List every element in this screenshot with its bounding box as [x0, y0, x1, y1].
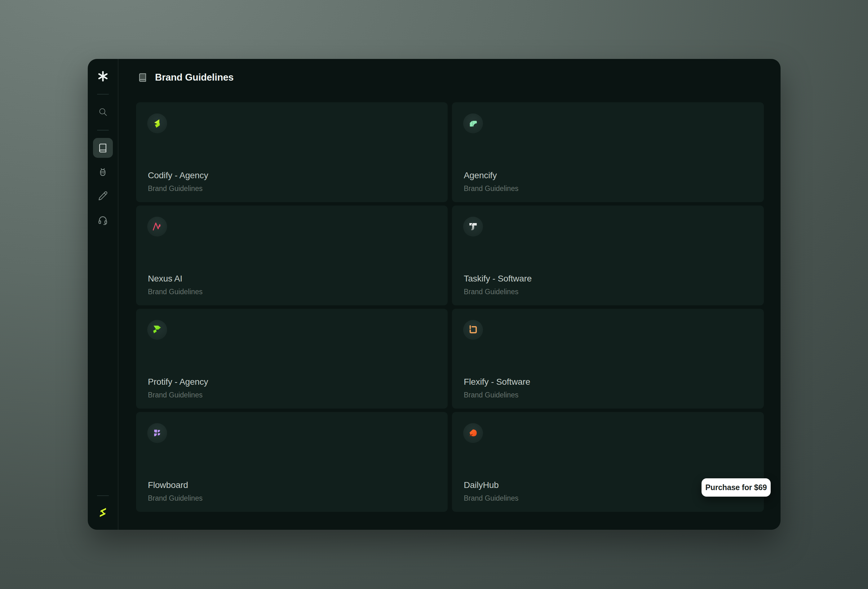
card-subtitle: Brand Guidelines	[464, 288, 531, 296]
card-taskify[interactable]: Taskify - Software Brand Guidelines	[452, 205, 764, 306]
dailyhub-logo-icon	[463, 423, 483, 443]
sidebar-divider	[97, 94, 109, 94]
sidebar-item-search[interactable]	[93, 102, 113, 122]
sidebar-divider	[97, 130, 109, 130]
search-icon	[97, 107, 108, 117]
card-protify[interactable]: Protify - Agency Brand Guidelines	[136, 309, 448, 409]
card-agencify[interactable]: Agencify Brand Guidelines	[452, 102, 764, 202]
card-title: Flowboard	[148, 480, 202, 490]
book-icon	[138, 73, 147, 82]
card-codify[interactable]: Codify - Agency Brand Guidelines	[136, 102, 448, 202]
agencify-logo-icon	[463, 114, 483, 133]
card-title: Protify - Agency	[148, 377, 208, 387]
card-meta: Agencify Brand Guidelines	[464, 170, 518, 193]
card-nexus-ai[interactable]: Nexus AI Brand Guidelines	[136, 205, 448, 306]
card-subtitle: Brand Guidelines	[148, 494, 202, 502]
card-title: Nexus AI	[148, 274, 202, 283]
s-lightning-logo-icon	[97, 506, 109, 520]
page-title: Brand Guidelines	[155, 72, 233, 83]
main-content: Brand Guidelines	[118, 59, 781, 530]
headset-icon	[97, 215, 108, 225]
card-meta: Protify - Agency Brand Guidelines	[148, 377, 208, 399]
cards-grid: Codify - Agency Brand Guidelines	[136, 102, 764, 512]
card-meta: Nexus AI Brand Guidelines	[148, 274, 202, 296]
protify-logo-icon	[147, 320, 167, 340]
page-header: Brand Guidelines	[138, 72, 233, 83]
card-subtitle: Brand Guidelines	[148, 288, 202, 296]
card-meta: Codify - Agency Brand Guidelines	[148, 170, 208, 193]
card-title: Flexify - Software	[464, 377, 530, 387]
sidebar-item-edit[interactable]	[93, 186, 113, 205]
card-flexify[interactable]: Flexify - Software Brand Guidelines	[452, 309, 764, 409]
app-window: Brand Guidelines	[88, 59, 781, 530]
flowboard-logo-icon	[147, 423, 167, 443]
card-title: DailyHub	[464, 480, 518, 490]
asterisk-logo-icon	[97, 70, 109, 83]
card-meta: Taskify - Software Brand Guidelines	[464, 274, 531, 296]
card-meta: Flexify - Software Brand Guidelines	[464, 377, 530, 399]
card-meta: Flowboard Brand Guidelines	[148, 480, 202, 502]
purchase-button[interactable]: Purchase for $69	[701, 478, 771, 497]
card-title: Codify - Agency	[148, 170, 208, 180]
sidebar-divider	[97, 495, 109, 496]
codify-logo-icon	[147, 114, 167, 133]
edit-pencil-icon	[98, 190, 108, 201]
card-meta: DailyHub Brand Guidelines	[464, 480, 518, 502]
card-subtitle: Brand Guidelines	[464, 185, 518, 193]
card-flowboard[interactable]: Flowboard Brand Guidelines	[136, 412, 448, 512]
desktop-background: Brand Guidelines	[0, 0, 868, 589]
card-subtitle: Brand Guidelines	[464, 391, 530, 399]
sidebar-item-bot[interactable]	[93, 162, 113, 182]
taskify-logo-icon	[463, 217, 483, 236]
card-subtitle: Brand Guidelines	[148, 185, 208, 193]
card-title: Taskify - Software	[464, 274, 531, 283]
bot-icon	[97, 167, 108, 177]
sidebar-item-brand-guidelines[interactable]	[93, 138, 113, 158]
card-title: Agencify	[464, 170, 518, 180]
sidebar	[88, 59, 118, 530]
book-icon	[98, 143, 108, 153]
nexus-ai-logo-icon	[147, 217, 167, 236]
card-subtitle: Brand Guidelines	[148, 391, 208, 399]
card-subtitle: Brand Guidelines	[464, 494, 518, 502]
flexify-logo-icon	[463, 320, 483, 340]
card-dailyhub[interactable]: DailyHub Brand Guidelines	[452, 412, 764, 512]
sidebar-item-support[interactable]	[93, 210, 113, 230]
